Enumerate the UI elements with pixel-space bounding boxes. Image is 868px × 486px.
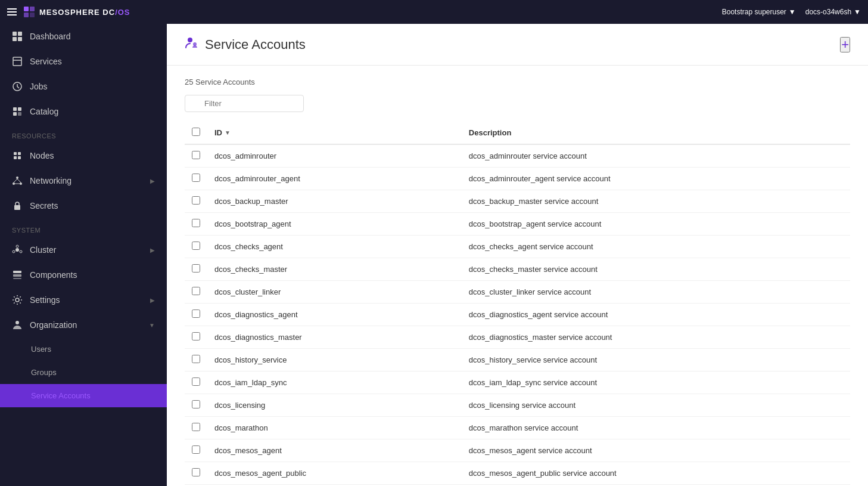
table-row: dcos_iam_ldap_sync dcos_iam_ldap_sync se…: [185, 372, 850, 394]
row-checkbox-col: [185, 394, 207, 417]
row-checkbox-6[interactable]: [192, 287, 200, 295]
sidebar-item-networking[interactable]: Networking ▶: [0, 168, 167, 193]
users-sub-label: Users: [31, 345, 51, 354]
table-row: dcos_cluster_linker dcos_cluster_linker …: [185, 281, 850, 304]
row-checkbox-3[interactable]: [192, 219, 200, 227]
row-id-7[interactable]: dcos_diagnostics_agent: [207, 304, 462, 326]
sidebar-item-dashboard[interactable]: Dashboard: [0, 24, 167, 49]
sidebar-sub-groups[interactable]: Groups: [0, 361, 167, 384]
row-id-2[interactable]: dcos_backup_master: [207, 190, 462, 213]
components-icon: [12, 270, 23, 280]
table-row: dcos_mesos_agent_public dcos_mesos_agent…: [185, 462, 850, 485]
table-row: dcos_checks_agent dcos_checks_agent serv…: [185, 236, 850, 258]
id-column-header[interactable]: ID ▼: [207, 122, 462, 144]
row-checkbox-8[interactable]: [192, 332, 200, 340]
svg-rect-13: [13, 112, 17, 116]
service-accounts-table: ID ▼ Description dcos_adminrouter dcos_a…: [185, 122, 850, 486]
row-id-0[interactable]: dcos_adminrouter: [207, 144, 462, 168]
row-id-8[interactable]: dcos_diagnostics_master: [207, 326, 462, 349]
row-checkbox-2[interactable]: [192, 196, 200, 205]
row-checkbox-col: [185, 281, 207, 304]
row-checkbox-1[interactable]: [192, 174, 200, 182]
page-header: Service Accounts +: [167, 24, 868, 66]
svg-rect-31: [13, 271, 21, 273]
row-id-12[interactable]: dcos_marathon: [207, 417, 462, 439]
sidebar-item-jobs[interactable]: Jobs: [0, 74, 167, 99]
row-id-13[interactable]: dcos_mesos_agent: [207, 439, 462, 462]
row-description-8: dcos_diagnostics_master service account: [462, 326, 850, 349]
row-checkbox-7[interactable]: [192, 309, 200, 318]
page-title-group: Service Accounts: [185, 36, 306, 53]
filter-bar: 🔍: [185, 95, 850, 112]
svg-rect-3: [30, 13, 35, 17]
description-column-header: Description: [462, 122, 850, 144]
topbar-instance-menu[interactable]: docs-o34w6sh ▼: [805, 8, 861, 16]
row-checkbox-9[interactable]: [192, 355, 200, 363]
filter-input[interactable]: [185, 95, 304, 112]
svg-point-19: [16, 177, 18, 179]
topbar-instance: docs-o34w6sh: [805, 8, 851, 16]
sidebar-item-components[interactable]: Components: [0, 262, 167, 287]
record-count: 25 Service Accounts: [185, 78, 850, 86]
row-id-5[interactable]: dcos_checks_master: [207, 258, 462, 281]
row-id-10[interactable]: dcos_iam_ldap_sync: [207, 372, 462, 394]
svg-rect-15: [14, 152, 17, 155]
organization-icon: [12, 320, 23, 330]
row-checkbox-0[interactable]: [192, 151, 200, 159]
sidebar-item-cluster[interactable]: Cluster ▶: [0, 237, 167, 262]
page-title: Service Accounts: [205, 37, 306, 52]
user-dropdown-arrow: ▼: [789, 8, 796, 16]
add-service-account-button[interactable]: +: [840, 37, 850, 52]
svg-point-26: [15, 248, 19, 252]
sidebar-item-nodes[interactable]: Nodes: [0, 143, 167, 168]
sidebar-item-secrets[interactable]: Secrets: [0, 193, 167, 218]
select-all-col: [185, 122, 207, 144]
sidebar-sub-service-accounts[interactable]: Service Accounts: [0, 384, 167, 407]
select-all-checkbox[interactable]: [192, 128, 200, 136]
row-checkbox-13[interactable]: [192, 445, 200, 454]
svg-rect-33: [13, 278, 21, 279]
hamburger-button[interactable]: [7, 8, 17, 16]
row-description-3: dcos_bootstrap_agent service account: [462, 213, 850, 236]
row-id-4[interactable]: dcos_checks_agent: [207, 236, 462, 258]
row-description-14: dcos_mesos_agent_public service account: [462, 462, 850, 485]
row-id-1[interactable]: dcos_adminrouter_agent: [207, 168, 462, 190]
row-checkbox-11[interactable]: [192, 400, 200, 408]
row-id-11[interactable]: dcos_licensing: [207, 394, 462, 417]
table-row: dcos_checks_master dcos_checks_master se…: [185, 258, 850, 281]
sidebar-item-services[interactable]: Services: [0, 49, 167, 74]
row-checkbox-14[interactable]: [192, 468, 200, 476]
row-checkbox-4[interactable]: [192, 242, 200, 250]
table-row: dcos_marathon dcos_marathon service acco…: [185, 417, 850, 439]
row-checkbox-12[interactable]: [192, 423, 200, 431]
row-id-3[interactable]: dcos_bootstrap_agent: [207, 213, 462, 236]
organization-item-left: Organization: [12, 320, 77, 330]
topbar-user-menu[interactable]: Bootstrap superuser ▼: [722, 8, 796, 16]
row-id-9[interactable]: dcos_history_service: [207, 349, 462, 372]
row-checkbox-col: [185, 439, 207, 462]
settings-icon: [12, 295, 23, 305]
svg-rect-32: [13, 274, 21, 277]
resources-section-label: Resources: [0, 124, 167, 143]
settings-arrow-icon: ▶: [150, 297, 155, 304]
svg-rect-12: [18, 107, 21, 111]
sidebar-item-organization[interactable]: Organization ▼: [0, 312, 167, 338]
svg-rect-7: [18, 37, 22, 41]
svg-rect-11: [13, 107, 17, 111]
sidebar-item-catalog[interactable]: Catalog: [0, 99, 167, 124]
row-checkbox-col: [185, 236, 207, 258]
sidebar-item-settings[interactable]: Settings ▶: [0, 287, 167, 312]
row-checkbox-col: [185, 213, 207, 236]
row-checkbox-col: [185, 462, 207, 485]
table-row: dcos_adminrouter dcos_adminrouter servic…: [185, 144, 850, 168]
svg-rect-16: [18, 152, 21, 155]
row-id-14[interactable]: dcos_mesos_agent_public: [207, 462, 462, 485]
cluster-item-left: Cluster: [12, 244, 56, 255]
row-checkbox-5[interactable]: [192, 264, 200, 273]
main-layout: Dashboard Services Jobs Catalog Resource…: [0, 24, 868, 486]
row-description-2: dcos_backup_master service account: [462, 190, 850, 213]
sidebar-sub-users[interactable]: Users: [0, 338, 167, 361]
topbar-logo: MESOSPHERE DC/OS: [23, 5, 130, 18]
row-id-6[interactable]: dcos_cluster_linker: [207, 281, 462, 304]
row-checkbox-10[interactable]: [192, 377, 200, 386]
